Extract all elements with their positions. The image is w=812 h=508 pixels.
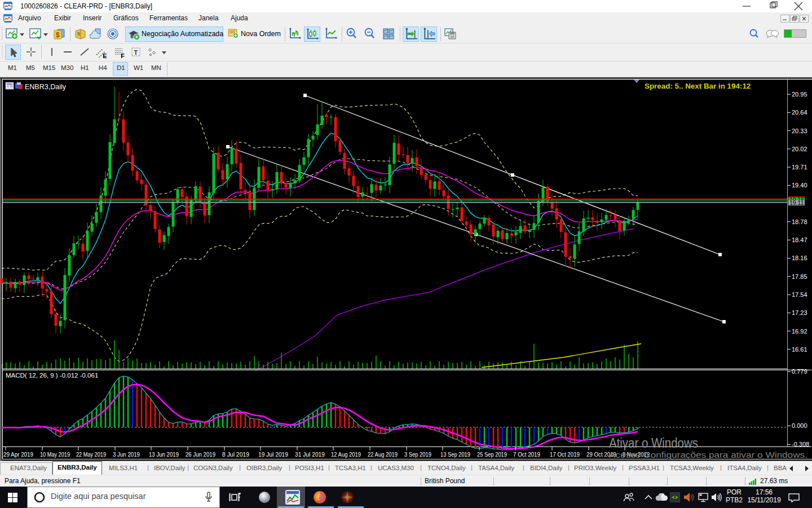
svg-text:-0.308: -0.308 [792,441,809,448]
svg-text:3 Sep 2019: 3 Sep 2019 [404,451,431,458]
svg-text:16.92: 16.92 [792,328,807,335]
svg-text:3 Jun 2019: 3 Jun 2019 [113,451,140,458]
svg-text:MACD( 12, 26, 9 ) -0.012 -0.06: MACD( 12, 26, 9 ) -0.012 -0.061 [6,372,98,379]
svg-text:Ativar o Windows: Ativar o Windows [609,436,698,450]
svg-text:19 Jul 2019: 19 Jul 2019 [258,451,288,458]
svg-text:19.71: 19.71 [792,164,807,170]
svg-text:22 Aug 2019: 22 Aug 2019 [368,451,398,458]
svg-text:18.78: 18.78 [792,218,807,225]
svg-text:19.40: 19.40 [792,182,807,189]
svg-text:20.64: 20.64 [792,109,807,116]
svg-text:16.61: 16.61 [792,346,807,353]
svg-text:20.02: 20.02 [792,146,807,152]
svg-text:Spread: 5.. Next Bar in 194:12: Spread: 5.. Next Bar in 194:12 [645,82,751,90]
svg-text:17.54: 17.54 [792,291,807,298]
svg-text:7 Oct 2019: 7 Oct 2019 [513,451,540,458]
svg-text:17.23: 17.23 [792,309,807,316]
svg-text:31 Jul 2019: 31 Jul 2019 [295,451,325,458]
svg-text:8 Jul 2019: 8 Jul 2019 [222,451,249,458]
svg-text:29 Apr 2019: 29 Apr 2019 [3,451,33,458]
svg-text:17 Oct 2019: 17 Oct 2019 [550,451,580,458]
svg-text:10 May 2019: 10 May 2019 [40,451,70,458]
svg-text:Acesse Configurações para ativ: Acesse Configurações para ativar o Windo… [609,450,807,459]
svg-text:22 May 2019: 22 May 2019 [76,451,106,458]
svg-text:12 Aug 2019: 12 Aug 2019 [331,451,361,458]
svg-text:20.33: 20.33 [792,128,807,134]
svg-text:0.000: 0.000 [792,422,807,429]
svg-text:26 Jun 2019: 26 Jun 2019 [186,451,215,458]
svg-text:19.11: 19.11 [789,199,804,206]
svg-text:17.85: 17.85 [792,273,807,280]
svg-text:18.47: 18.47 [792,237,807,243]
svg-text:20.95: 20.95 [792,91,807,98]
svg-text:13 Jun 2019: 13 Jun 2019 [149,451,179,458]
svg-text:ENBR3,Daily: ENBR3,Daily [25,83,67,91]
svg-text:18.16: 18.16 [792,255,807,261]
svg-text:0.779: 0.779 [792,368,807,375]
svg-text:13 Sep 2019: 13 Sep 2019 [440,451,470,458]
svg-text:25 Sep 2019: 25 Sep 2019 [477,451,507,458]
